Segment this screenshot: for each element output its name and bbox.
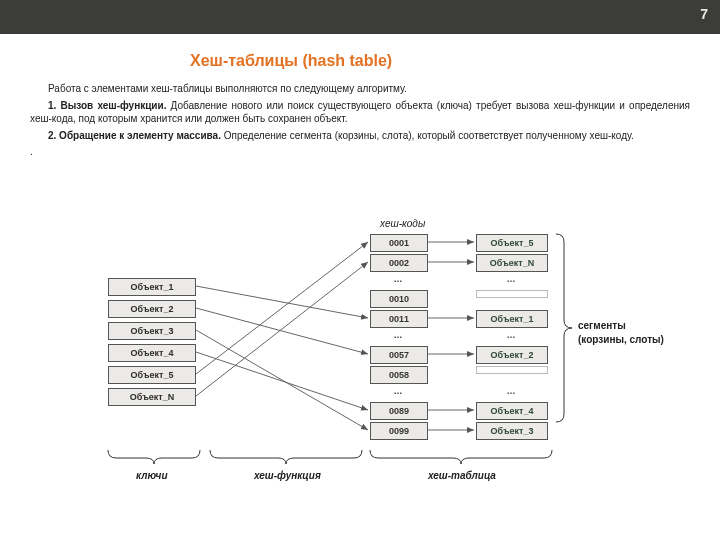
header-bar: 7: [0, 0, 720, 34]
svg-line-5: [196, 262, 368, 396]
page-title: Хеш-таблицы (hash table): [190, 52, 720, 70]
period: .: [30, 145, 690, 159]
step2-rest: Определение сегмента (корзины, слота), к…: [224, 130, 634, 141]
svg-line-1: [196, 308, 368, 354]
step2-lead: 2. Обращение к элементу массива.: [48, 130, 224, 141]
paragraph-intro: Работа с элементами хеш-таблицы выполняю…: [30, 82, 690, 96]
step1-lead: 1. Вызов хеш-функции.: [48, 100, 171, 111]
svg-line-3: [196, 352, 368, 410]
bottom-label-keys: ключи: [136, 470, 168, 481]
lines: [0, 220, 720, 540]
svg-line-4: [196, 242, 368, 374]
body-text: Работа с элементами хеш-таблицы выполняю…: [30, 82, 690, 159]
svg-line-2: [196, 330, 368, 430]
segments-label-1: сегменты: [578, 320, 626, 331]
paragraph-step1: 1. Вызов хеш-функции. Добавление нового …: [30, 99, 690, 126]
bottom-label-fn: хеш-функция: [254, 470, 321, 481]
svg-line-0: [196, 286, 368, 318]
bottom-label-table: хеш-таблица: [428, 470, 496, 481]
diagram: Объект_1 Объект_2 Объект_3 Объект_4 Объе…: [0, 220, 720, 540]
page-number: 7: [700, 6, 708, 22]
paragraph-step2: 2. Обращение к элементу массива. Определ…: [30, 129, 690, 143]
segments-label-2: (корзины, слоты): [578, 334, 664, 345]
